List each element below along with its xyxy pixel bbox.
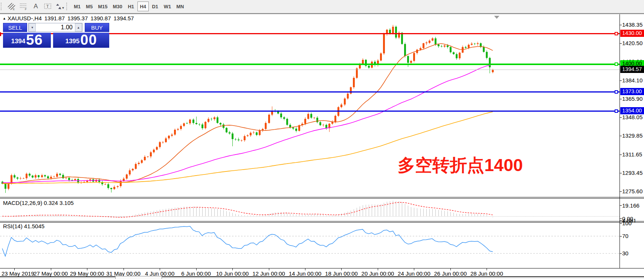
price-level-badge: 1394.57 (620, 66, 644, 73)
time-axis-label: 20 Jun 00:00 (360, 270, 396, 277)
time-axis-label: 18 Jun 00:00 (323, 270, 359, 277)
collapse-arrow-icon[interactable]: ▲ (3, 17, 6, 20)
timeframe-button-m15[interactable]: M15 (96, 2, 110, 11)
one-click-trading-panel: SELL ▼ ▲ BUY 1394 56 1395 00 (3, 23, 109, 48)
timeframe-button-h1[interactable]: H1 (125, 2, 137, 11)
price-axis-label: 1348.05 (622, 114, 642, 120)
line-anchor-mark (0, 32, 1, 36)
price-axis-label: 1293.45 (622, 170, 642, 176)
time-axis-label: 12 Jun 00:00 (251, 270, 287, 277)
svg-text:T: T (46, 4, 49, 9)
price-axis-label: 1329.85 (622, 132, 642, 139)
price-level-badge: 1373.00 (620, 88, 644, 95)
time-axis-label: 29 May 00:00 (69, 270, 105, 277)
timeframe-button-mn[interactable]: MN (174, 2, 186, 11)
volume-box: ▼ ▲ (28, 23, 82, 32)
time-axis-label: 28 Jun 00:00 (469, 270, 505, 277)
mt4-window: E F A T ▾ M1M5M15M30H1H4D1W (0, 0, 644, 279)
macd-axis-label: 19.166 (622, 202, 639, 209)
price-axis-label: 1438.35 (622, 21, 642, 28)
buy-price-pips: 00 (80, 33, 97, 47)
chart-shift-marker-icon (494, 16, 499, 19)
sell-price[interactable]: 1394 56 (3, 33, 51, 48)
price-axis-label: 1275.60 (622, 188, 642, 194)
timeframe-button-h4[interactable]: H4 (137, 2, 149, 11)
price-axis-label: 1420.50 (622, 40, 642, 46)
sell-price-stem: 1394 (11, 36, 25, 47)
time-axis-label: 27 May 00:00 (33, 270, 69, 277)
volume-input[interactable] (36, 23, 75, 32)
toolbar: E F A T ▾ M1M5M15M30H1H4D1W (0, 0, 644, 13)
ohlc-low: 1390.87 (90, 15, 111, 21)
chart-tab-strip (0, 276, 644, 279)
rsi-axis-label: 70 (622, 233, 629, 239)
timeframe-button-m5[interactable]: M5 (84, 2, 95, 11)
volume-increase-button[interactable]: ▲ (75, 23, 82, 32)
rsi-axis-label: 30 (622, 250, 629, 256)
price-axis-label: 1384.10 (622, 77, 642, 83)
fibonacci-lines-icon[interactable]: F (18, 1, 30, 12)
price-axis-label: 1311.65 (622, 151, 642, 158)
symbol-timeframe-label: XAUUSD-,H4 (8, 15, 42, 21)
timeframe-toolbar-handle[interactable] (66, 3, 68, 10)
price-level-badge: 1430.00 (620, 30, 644, 37)
equidistant-channel-icon[interactable]: E (6, 1, 18, 12)
arrow-tools-dropdown-icon[interactable]: ▾ (62, 6, 64, 10)
time-axis-label: 10 Jun 00:00 (214, 270, 250, 277)
time-axis-label: 24 Jun 00:00 (396, 270, 432, 277)
active-chart-tab[interactable] (115, 276, 162, 279)
chart-canvas[interactable] (0, 14, 644, 279)
buy-price[interactable]: 1395 00 (53, 33, 109, 48)
macd-indicator-label: MACD(12,26,9) 0.324 3.105 (3, 200, 74, 206)
chart-text-annotation: 多空转折点1400 (398, 154, 523, 177)
svg-text:E: E (13, 8, 15, 11)
chart-header: ▲XAUUSD-,H41391.871395.371390.871394.57 (3, 15, 137, 21)
text-label-icon[interactable]: T (42, 1, 54, 12)
sell-price-pips: 56 (26, 33, 43, 47)
buy-button[interactable]: BUY (85, 23, 109, 32)
toolbar-drag-handle[interactable] (1, 3, 3, 10)
sell-button[interactable]: SELL (3, 23, 27, 32)
rsi-axis-label: 100 (622, 220, 632, 226)
time-axis-label: 6 Jun 00:00 (178, 270, 214, 277)
price-axis-label: 1365.90 (622, 96, 642, 102)
buy-price-stem: 1395 (65, 36, 79, 47)
svg-text:F: F (25, 8, 27, 11)
ohlc-close: 1394.57 (113, 15, 134, 21)
timeframe-button-m1[interactable]: M1 (72, 2, 83, 11)
volume-decrease-button[interactable]: ▼ (29, 23, 36, 32)
price-level-badge: 1354.00 (620, 107, 644, 114)
timeframe-button-w1[interactable]: W1 (162, 2, 174, 11)
text-icon[interactable]: A (30, 1, 42, 12)
chart-window: ▲XAUUSD-,H41391.871395.371390.871394.57 … (0, 14, 644, 279)
timeframe-button-m30[interactable]: M30 (110, 2, 124, 11)
rsi-indicator-label: RSI(14) 41.5045 (3, 223, 44, 229)
ohlc-high: 1395.37 (67, 15, 88, 21)
time-axis-label: 26 Jun 00:00 (432, 270, 469, 277)
time-axis-label: 14 Jun 00:00 (287, 270, 323, 277)
ohlc-open: 1391.87 (44, 15, 65, 21)
timeframe-button-d1[interactable]: D1 (150, 2, 161, 11)
